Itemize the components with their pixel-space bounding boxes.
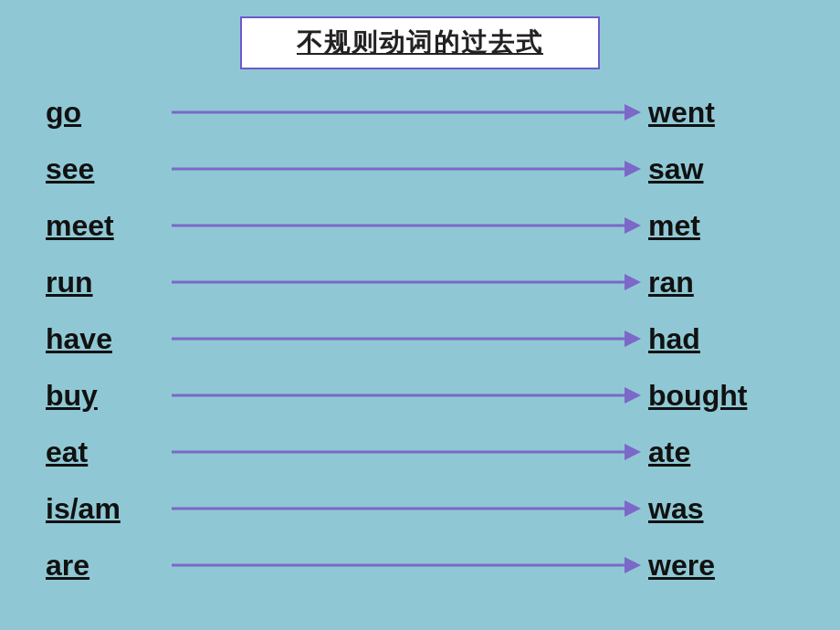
base-form-word: eat (46, 436, 164, 469)
base-form-word: have (46, 322, 164, 356)
arrow-line (172, 508, 625, 510)
table-row: eatate (46, 425, 794, 478)
arrow-container (172, 443, 641, 461)
base-form-word: is/am (46, 492, 164, 526)
table-row: gowent (46, 86, 794, 139)
arrow-head-icon (625, 161, 641, 177)
past-form-word: met (648, 209, 794, 243)
arrow-container (172, 499, 641, 518)
past-form-word: was (648, 492, 794, 526)
arrow-container (172, 160, 641, 178)
arrow-container (172, 556, 641, 574)
arrow-line (172, 168, 625, 171)
page-title: 不规则动词的过去式 (297, 28, 543, 57)
base-form-word: meet (46, 209, 164, 243)
arrow-line (172, 225, 625, 227)
past-form-word: went (648, 96, 794, 130)
base-form-word: run (46, 266, 164, 299)
arrow-head-icon (625, 387, 641, 404)
arrow-head-icon (625, 500, 641, 517)
past-form-word: had (648, 322, 794, 356)
arrow-line (172, 451, 625, 454)
arrow-container (172, 103, 641, 121)
arrow-container (172, 216, 641, 235)
arrow-line (172, 281, 625, 284)
base-form-word: see (46, 152, 164, 186)
arrow-container (172, 386, 641, 404)
arrow-head-icon (625, 557, 641, 573)
past-form-word: saw (648, 152, 794, 186)
arrow-container (172, 330, 641, 348)
base-form-word: buy (46, 379, 164, 413)
past-form-word: ate (648, 436, 794, 469)
table-row: arewere (46, 539, 794, 592)
arrow-head-icon (625, 274, 641, 290)
arrow-line (172, 338, 625, 341)
pairs-container: gowentseesawmeetmetrunranhavehadbuybough… (46, 86, 794, 592)
table-row: seesaw (46, 142, 794, 195)
base-form-word: are (46, 549, 164, 583)
arrow-head-icon (625, 331, 641, 347)
arrow-head-icon (625, 444, 641, 460)
past-form-word: ran (648, 266, 794, 299)
arrow-head-icon (625, 104, 641, 121)
table-row: runran (46, 256, 794, 309)
base-form-word: go (46, 96, 164, 130)
table-row: meetmet (46, 199, 794, 252)
table-row: buybought (46, 369, 794, 422)
arrow-line (172, 564, 625, 567)
arrow-line (172, 111, 625, 114)
table-row: is/amwas (46, 482, 794, 535)
title-box: 不规则动词的过去式 (240, 16, 600, 69)
past-form-word: were (648, 549, 794, 583)
table-row: havehad (46, 312, 794, 365)
arrow-container (172, 273, 641, 291)
past-form-word: bought (648, 379, 794, 413)
arrow-head-icon (625, 217, 641, 234)
arrow-line (172, 394, 625, 397)
